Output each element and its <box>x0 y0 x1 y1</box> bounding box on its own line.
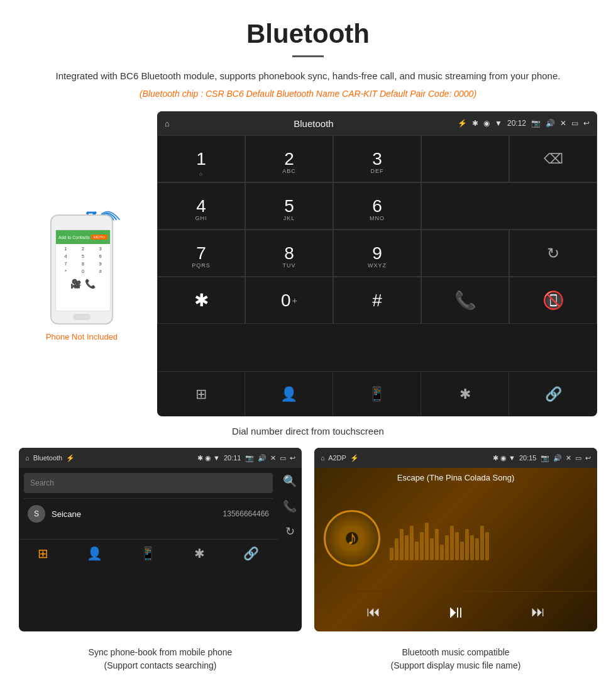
statusbar-center: Bluetooth <box>294 118 333 129</box>
contacts-nav-bt[interactable]: ✱ <box>194 546 205 561</box>
key-hash[interactable]: # <box>333 277 421 324</box>
sidebar-search-icon[interactable]: 🔍 <box>283 474 297 488</box>
waveform-bar <box>470 535 474 560</box>
waveform-bar <box>445 535 449 560</box>
album-art: ♪ <box>324 510 380 567</box>
key-1[interactable]: 1 ⌂ <box>157 135 245 182</box>
key-7[interactable]: 7 PQRS <box>157 230 245 277</box>
nav-link-icon[interactable]: 🔗 <box>509 372 597 416</box>
key-backspace[interactable]: ⌫ <box>509 135 597 182</box>
bottom-panels: ⌂ Bluetooth ⚡ ✱ ◉ ▼ 20:11 📷 🔊 ✕ ▭ ↩ Sear… <box>0 448 616 631</box>
contacts-statusbar-right: ✱ ◉ ▼ 20:11 📷 🔊 ✕ ▭ ↩ <box>197 454 295 462</box>
key-refresh[interactable]: ↻ <box>509 230 597 277</box>
dial-statusbar: ⌂ Bluetooth ⚡ ✱ ◉ ▼ 20:12 📷 🔊 ✕ ▭ ↩ <box>157 111 597 135</box>
contacts-nav-person[interactable]: 👤 <box>87 546 102 561</box>
nav-bluetooth-icon[interactable]: ✱ <box>421 372 509 416</box>
contacts-panel: ⌂ Bluetooth ⚡ ✱ ◉ ▼ 20:11 📷 🔊 ✕ ▭ ↩ Sear… <box>19 448 302 631</box>
waveform-bar <box>455 532 459 560</box>
waveform <box>390 516 588 560</box>
phone-home-button <box>73 314 91 320</box>
key-4[interactable]: 4 GHI <box>157 182 245 230</box>
waveform-bar <box>480 526 484 560</box>
waveform-bar <box>425 523 429 560</box>
music-controls: ⏮ ⏯ ⏭ <box>314 591 597 631</box>
contacts-panel-body: Search S Seicane 13566664466 <box>19 468 278 534</box>
sidebar-phone-icon[interactable]: 📞 <box>283 499 297 513</box>
waveform-bar <box>475 538 479 560</box>
music-song-title: Escape (The Pina Colada Song) <box>314 468 597 485</box>
title-divider <box>292 55 324 57</box>
nav-phone-icon[interactable]: 📱 <box>333 372 421 416</box>
key-6[interactable]: 6 MNO <box>333 182 421 230</box>
contacts-statusbar-left: ⌂ Bluetooth ⚡ <box>25 454 75 462</box>
waveform-bar <box>485 532 489 560</box>
contacts-nav-grid[interactable]: ⊞ <box>38 546 48 561</box>
key-9[interactable]: 9 WXYZ <box>333 230 421 277</box>
waveform-bar <box>400 529 404 560</box>
search-bar[interactable]: Search <box>24 473 273 493</box>
waveform-bar <box>440 545 444 560</box>
nav-grid-icon[interactable]: ⊞ <box>157 372 245 416</box>
next-button[interactable]: ⏭ <box>531 604 545 620</box>
nav-contacts-icon[interactable]: 👤 <box>245 372 333 416</box>
home-icon[interactable]: ⌂ <box>165 119 170 128</box>
bt-icon: ✱ <box>472 119 478 128</box>
music-panel: ⌂ A2DP ⚡ ✱ ◉ ▼ 20:15 📷 🔊 ✕ ▭ ↩ Escape (T… <box>314 448 597 631</box>
phone-screen-header: Add to Contacts MOTO <box>56 230 110 244</box>
contact-name: Seicane <box>52 509 223 519</box>
page-title: Bluetooth <box>38 19 578 49</box>
back-icon[interactable]: ↩ <box>583 119 590 128</box>
close-icon[interactable]: ✕ <box>560 119 566 128</box>
key-5[interactable]: 5 JKL <box>245 182 333 230</box>
volume-icon[interactable]: 🔊 <box>546 119 555 128</box>
waveform-bar <box>390 548 393 560</box>
dial-screen: ⌂ Bluetooth ⚡ ✱ ◉ ▼ 20:12 📷 🔊 ✕ ▭ ↩ 1 ⌂ <box>157 111 597 416</box>
waveform-bar <box>415 541 419 560</box>
sidebar-refresh-icon[interactable]: ↻ <box>285 525 295 538</box>
key-8[interactable]: 8 TUV <box>245 230 333 277</box>
bt-music-icon: ♪ <box>347 526 357 550</box>
waveform-bar <box>465 529 469 560</box>
usb-icon: ⚡ <box>458 119 467 128</box>
contacts-statusbar: ⌂ Bluetooth ⚡ ✱ ◉ ▼ 20:11 📷 🔊 ✕ ▭ ↩ <box>19 448 302 468</box>
contact-initial: S <box>28 505 45 523</box>
contacts-nav-phone[interactable]: 📱 <box>140 546 156 561</box>
contacts-nav-link[interactable]: 🔗 <box>243 546 259 561</box>
key-empty-r3c4 <box>421 230 509 277</box>
contacts-sidebar-icons: 🔍 📞 ↻ <box>278 468 302 567</box>
contacts-body: Search S Seicane 13566664466 ⊞ 👤 📱 ✱ 🔗 <box>19 468 302 567</box>
contacts-panel-nav: ⊞ 👤 📱 ✱ 🔗 <box>19 539 278 567</box>
music-content-area: ♪ <box>314 485 597 591</box>
music-statusbar-right: ✱ ◉ ▼ 20:15 📷 🔊 ✕ ▭ ↩ <box>493 454 591 462</box>
screen-icon[interactable]: ▭ <box>571 119 578 128</box>
key-empty-r2c4 <box>421 182 597 230</box>
contacts-list-area: Search S Seicane 13566664466 ⊞ 👤 📱 ✱ 🔗 <box>19 468 278 567</box>
play-pause-button[interactable]: ⏯ <box>447 601 465 622</box>
key-call-green[interactable]: 📞 <box>421 277 509 324</box>
keypad-grid: 1 ⌂ 2 ABC 3 DEF ⌫ 4 GHI 5 JKL <box>157 135 597 371</box>
statusbar-right: ⚡ ✱ ◉ ▼ 20:12 📷 🔊 ✕ ▭ ↩ <box>458 119 590 128</box>
key-3[interactable]: 3 DEF <box>333 135 421 182</box>
time-display: 20:12 <box>507 119 526 128</box>
contacts-caption: Sync phone-book from mobile phone(Suppor… <box>19 646 302 672</box>
key-0[interactable]: 0 + <box>245 277 333 324</box>
specs-text: (Bluetooth chip : CSR BC6 Default Blueto… <box>38 89 578 99</box>
contact-row[interactable]: S Seicane 13566664466 <box>24 498 273 529</box>
camera-icon[interactable]: 📷 <box>531 119 541 128</box>
prev-button[interactable]: ⏮ <box>366 604 380 620</box>
phone-dialer: 123 456 789 *0# <box>56 244 110 276</box>
dial-bottom-nav: ⊞ 👤 📱 ✱ 🔗 <box>157 371 597 416</box>
key-2[interactable]: 2 ABC <box>245 135 333 182</box>
waveform-bar <box>450 526 454 560</box>
header-section: Bluetooth Integrated with BC6 Bluetooth … <box>0 0 616 111</box>
waveform-bar <box>410 526 414 560</box>
contact-number: 13566664466 <box>223 509 269 518</box>
key-call-red[interactable]: 📵 <box>509 277 597 324</box>
waveform-bar <box>435 529 439 560</box>
key-star[interactable]: ✱ <box>157 277 245 324</box>
main-content: Add to Contacts MOTO 123 456 789 *0# 🎥 📞 <box>0 111 616 416</box>
waveform-bar <box>460 541 464 560</box>
music-caption: Bluetooth music compatible(Support displ… <box>314 646 597 672</box>
waveform-bar <box>405 535 409 560</box>
phone-screen: Add to Contacts MOTO 123 456 789 *0# 🎥 📞 <box>55 230 111 311</box>
